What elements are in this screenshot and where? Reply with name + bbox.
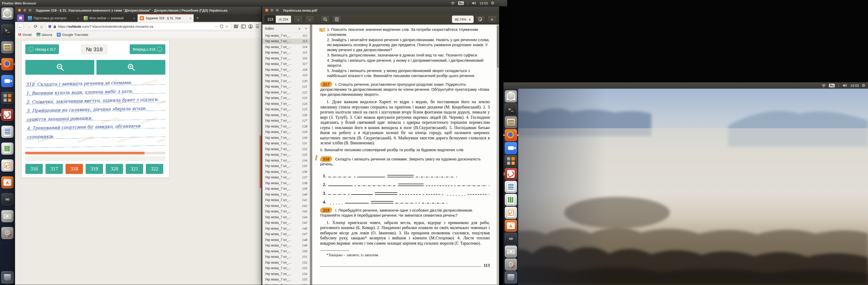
launcher-libreoffice-calc[interactable] <box>1 143 13 155</box>
search-button[interactable] <box>320 15 330 23</box>
index-row[interactable]: Укр мова_7 кл_...130 <box>262 135 310 141</box>
reload-button[interactable]: ⟳ <box>34 24 37 29</box>
maximize-button[interactable] <box>28 8 32 12</box>
keyboard-layout-indicator[interactable]: Ru <box>458 1 464 5</box>
pdf-scrollbar[interactable] <box>497 25 499 285</box>
bluetooth-icon[interactable]: ᛒ <box>467 1 469 5</box>
next-page-button[interactable]: › <box>305 15 315 23</box>
volume-icon[interactable] <box>843 84 847 87</box>
index-row[interactable]: Укр мова_7 кл_...149 <box>262 243 310 249</box>
back-to-317-button[interactable]: ← Назад к 317 <box>25 44 59 54</box>
launcher-app-center-dark[interactable]: ∞ <box>505 233 517 245</box>
bookmark-star-icon[interactable]: ☆ <box>225 25 228 29</box>
index-row[interactable]: Укр мова_7 кл_...116 <box>262 56 310 61</box>
launcher-disks[interactable] <box>505 245 517 257</box>
library-icon[interactable] <box>234 24 239 29</box>
launcher-libreoffice-impress[interactable] <box>505 207 517 219</box>
launcher-ubuntu-dash[interactable] <box>1 7 13 20</box>
index-row[interactable]: Укр мова_7 кл_...144 <box>262 214 310 220</box>
bluetooth-icon[interactable]: ᛒ <box>838 84 840 87</box>
index-row[interactable]: Укр мова_7 кл_...150 <box>262 248 310 254</box>
page-number-entry[interactable]: 113 of 254 <box>265 15 291 23</box>
close-button[interactable] <box>265 8 269 12</box>
menu-hamburger-icon[interactable]: ☰ <box>255 24 259 29</box>
pagination-button-319[interactable]: 319 <box>86 164 103 174</box>
index-row[interactable]: Укр мова_7 кл_...131 <box>262 141 310 146</box>
zoom-level-select[interactable]: 88,74%∨ <box>452 15 474 23</box>
clock[interactable]: 19:55 <box>850 84 859 87</box>
launcher-system-settings[interactable]: ⚙ <box>505 258 517 271</box>
pagination-button-321[interactable]: 321 <box>126 164 143 174</box>
volume-icon[interactable] <box>472 1 476 5</box>
launcher-libreoffice-writer[interactable] <box>505 181 517 193</box>
tracking-shield-icon[interactable] <box>48 25 52 29</box>
index-row[interactable]: Укр мова_7 кл_...155 <box>262 277 310 283</box>
tab-close-icon[interactable]: × <box>189 16 191 20</box>
pagination-button-316[interactable]: 316 <box>25 164 43 174</box>
index-row[interactable]: Укр мова_7 кл_...122 <box>262 90 310 95</box>
launcher-file-manager[interactable] <box>1 41 13 53</box>
index-row[interactable]: Укр мова_7 кл_...117 <box>262 61 310 67</box>
launcher-libreoffice-impress[interactable] <box>1 159 13 172</box>
browser-tab[interactable]: ВЗадание 318 - § 31. Узаг× <box>137 14 194 22</box>
index-row[interactable]: Укр мова_7 кл_...125 <box>262 107 310 112</box>
zoom-out-button[interactable] <box>25 60 94 75</box>
index-row[interactable]: Укр мова_7 кл_...145 <box>262 220 310 226</box>
tab-close-icon[interactable]: × <box>77 16 79 20</box>
forward-to-319-button[interactable]: Вперед к 319 → <box>130 44 165 54</box>
pagination-button-317[interactable]: 317 <box>45 164 63 174</box>
pdf-menu-button[interactable]: ≡ <box>487 15 497 23</box>
index-row[interactable]: Укр мова_7 кл_...136 <box>262 169 310 175</box>
home-button[interactable]: ⌂ <box>40 24 43 29</box>
launcher-firefox[interactable] <box>505 129 517 141</box>
tab-close-icon[interactable]: × <box>133 16 135 20</box>
new-tab-button[interactable]: + <box>196 15 199 21</box>
launcher-zoom[interactable] <box>505 142 517 154</box>
launcher-disks[interactable] <box>1 210 13 222</box>
index-row[interactable]: Укр мова_7 кл_...123 <box>262 95 310 101</box>
launcher-ubuntu-software[interactable]: A <box>505 220 517 232</box>
browser-tab[interactable]: Підготовка до контрол× <box>26 14 82 22</box>
launcher-system-settings[interactable]: ⚙ <box>1 227 13 239</box>
index-row[interactable]: Укр мова_7 кл_...148 <box>262 237 310 243</box>
launcher-file-manager[interactable] <box>505 116 517 128</box>
index-row[interactable]: Укр мова_7 кл_...114 <box>262 44 310 50</box>
page-number-input[interactable]: 113 <box>265 15 276 23</box>
bookmark-google-translate[interactable]: GGoogle Translate <box>57 33 88 37</box>
launcher-terminal[interactable]: >_ <box>505 103 517 115</box>
pagination-button-318[interactable]: 318 <box>65 164 83 174</box>
permissions-shield-icon[interactable] <box>220 25 223 28</box>
index-row[interactable]: Укр мова_7 кл_...152 <box>262 260 310 265</box>
index-row[interactable]: Укр мова_7 кл_...113 <box>262 39 310 44</box>
minimize-button[interactable] <box>270 8 274 12</box>
launcher-ubuntu-dash[interactable] <box>505 90 517 102</box>
index-row[interactable]: Укр мова_7 кл_...143 <box>262 209 310 215</box>
pagination-button-320[interactable]: 320 <box>106 164 123 174</box>
pagination-button-322[interactable]: 322 <box>146 164 163 174</box>
index-row[interactable]: Укр мова_7 кл_...142 <box>262 203 310 209</box>
index-row[interactable]: Укр мова_7 кл_...153 <box>262 265 310 271</box>
index-row[interactable]: Укр мова_7 кл_...138 <box>262 180 310 186</box>
launcher-libreoffice-writer[interactable] <box>1 126 13 138</box>
page-actions-icon[interactable]: ⋯ <box>215 25 218 29</box>
firefox-scrollbar-thumb[interactable] <box>260 135 261 188</box>
sidebar-index-dropdown[interactable]: Index ∨ × <box>262 25 310 33</box>
index-row[interactable]: Укр мова_7 кл_...112 <box>262 33 310 39</box>
index-row[interactable]: Укр мова_7 кл_...120 <box>262 78 310 84</box>
maximize-button[interactable] <box>276 8 279 12</box>
index-row[interactable]: Укр мова_7 кл_...121 <box>262 84 310 90</box>
index-row[interactable]: Укр мова_7 кл_...135 <box>262 163 310 169</box>
launcher-ubuntu-software[interactable]: A <box>1 176 13 188</box>
pinned-tab[interactable] <box>17 14 24 22</box>
launcher-document-viewer[interactable] <box>505 168 517 180</box>
index-row[interactable]: Укр мова_7 кл_...126 <box>262 112 310 118</box>
pdf-titlebar[interactable]: Українська мова.pdf <box>262 7 499 14</box>
address-bar[interactable]: https://vshkole.com/7-klass/reshebniki/u… <box>46 23 231 30</box>
forward-button[interactable]: → <box>27 24 31 29</box>
index-row[interactable]: Укр мова_7 кл_...140 <box>262 191 310 198</box>
back-button[interactable]: ← <box>17 23 24 30</box>
index-row[interactable]: Укр мова_7 кл_...129 <box>262 129 310 135</box>
solution-scan-image[interactable]: vshkole.comvshkole.comvshkole.comvshkole… <box>25 78 165 149</box>
launcher-trash[interactable] <box>1 271 13 283</box>
index-row[interactable]: Укр мова_7 кл_...134 <box>262 157 310 163</box>
